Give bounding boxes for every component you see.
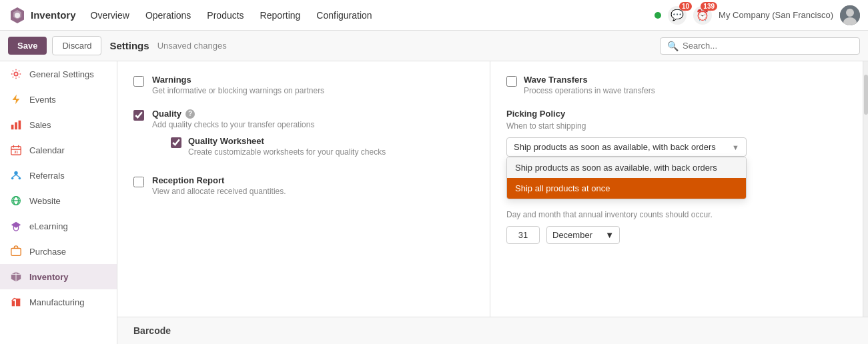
date-day-input[interactable]: 31 (506, 226, 540, 244)
picking-policy-section: Picking Policy When to start shipping Sh… (506, 109, 847, 157)
dropdown-option-0[interactable]: Ship products as soon as available, with… (507, 157, 746, 178)
svg-point-6 (14, 72, 17, 75)
reception-report-title: Reception Report (152, 175, 286, 185)
annual-inventory-text: Day and month that annual inventory coun… (506, 210, 847, 219)
gear-icon (9, 67, 23, 81)
warnings-checkbox[interactable] (133, 76, 144, 87)
sidebar-item-elearning[interactable]: eLearning (0, 213, 117, 239)
activities-button[interactable]: ⏰ 139 (693, 6, 712, 25)
svg-text:31: 31 (14, 150, 18, 154)
sidebar-item-referrals[interactable]: Referrals (0, 163, 117, 188)
right-panel: Wave Transfers Process operations in wav… (490, 61, 863, 317)
sidebar-item-purchase[interactable]: Purchase (0, 239, 117, 264)
unsaved-changes-label: Unsaved changes (157, 41, 227, 51)
search-input[interactable] (683, 41, 853, 51)
search-icon: 🔍 (667, 41, 679, 51)
wave-transfers-checkbox[interactable] (506, 76, 517, 87)
brand-name: Inventory (31, 9, 76, 21)
svg-point-17 (11, 177, 14, 180)
content-wrapper: Warnings Get informative or blocking war… (117, 61, 868, 344)
wave-transfers-setting: Wave Transfers Process operations in wav… (506, 75, 847, 95)
barcode-section: Barcode (117, 317, 868, 344)
month-chevron-icon: ▼ (605, 230, 614, 240)
picking-policy-dropdown[interactable]: Ship products as soon as available, with… (506, 137, 747, 157)
nav-overview[interactable]: Overview (84, 6, 136, 25)
referral-icon (9, 169, 23, 182)
reception-report-desc: View and allocate received quantities. (152, 187, 286, 196)
dropdown-menu: Ship products as soon as available, with… (506, 157, 747, 199)
top-navigation: Inventory Overview Operations Products R… (0, 0, 868, 31)
sidebar-referrals-label: Referrals (29, 171, 65, 181)
sidebar-elearning-label: eLearning (29, 221, 68, 231)
date-month-select[interactable]: December ▼ (546, 226, 620, 244)
sidebar-item-events[interactable]: Events (0, 87, 117, 112)
brand-logo[interactable]: Inventory (8, 6, 76, 25)
quality-checkbox[interactable] (133, 110, 144, 121)
user-avatar[interactable] (840, 5, 860, 25)
sidebar-item-general-settings[interactable]: General Settings (0, 61, 117, 87)
sidebar-item-website[interactable]: Website (0, 188, 117, 213)
date-row: 31 December ▼ (506, 226, 847, 244)
scrollbar-thumb[interactable] (864, 75, 868, 115)
svg-rect-29 (12, 301, 15, 306)
discard-button[interactable]: Discard (52, 36, 101, 55)
action-bar: Save Discard Settings Unsaved changes 🔍 (0, 31, 868, 61)
chevron-down-icon: ▼ (732, 143, 739, 151)
sidebar-item-manufacturing[interactable]: Manufacturing (0, 289, 117, 315)
sidebar-sales-label: Sales (29, 120, 51, 130)
sidebar-purchase-label: Purchase (29, 247, 66, 257)
sidebar-item-inventory[interactable]: Inventory (0, 264, 117, 289)
svg-rect-8 (11, 125, 14, 129)
svg-rect-30 (16, 299, 20, 307)
quality-worksheet-desc: Create customizable worksheets for your … (188, 147, 386, 157)
nav-reporting[interactable]: Reporting (254, 6, 308, 25)
nav-products[interactable]: Products (200, 6, 250, 25)
svg-rect-25 (11, 249, 21, 256)
globe-icon (9, 194, 23, 207)
activities-badge: 139 (701, 2, 717, 11)
warnings-content: Warnings Get informative or blocking war… (152, 75, 324, 95)
content-columns: Warnings Get informative or blocking war… (117, 61, 868, 317)
right-scrollbar[interactable] (863, 61, 868, 317)
svg-rect-10 (19, 121, 21, 130)
quality-worksheet-sub: Quality Worksheet Create customizable wo… (171, 136, 386, 157)
picking-policy-label: Picking Policy (506, 109, 847, 119)
purchase-icon (9, 245, 23, 258)
quality-setting: Quality ? Add quality checks to your tra… (133, 109, 474, 162)
warnings-setting: Warnings Get informative or blocking war… (133, 75, 474, 95)
reception-report-content: Reception Report View and allocate recei… (152, 175, 286, 196)
dropdown-trigger[interactable]: Ship products as soon as available, with… (506, 137, 747, 157)
quality-worksheet-checkbox[interactable] (171, 137, 181, 148)
reception-report-setting: Reception Report View and allocate recei… (133, 175, 474, 196)
date-month-value: December (552, 230, 592, 240)
quality-title: Quality ? (152, 109, 386, 119)
inventory-icon (9, 270, 23, 283)
sidebar-item-calendar[interactable]: 31 Calendar (0, 137, 117, 163)
picking-policy-desc: When to start shipping (506, 121, 847, 131)
search-box[interactable]: 🔍 (660, 37, 860, 55)
quality-content: Quality ? Add quality checks to your tra… (152, 109, 386, 162)
reception-report-checkbox[interactable] (133, 177, 144, 187)
sidebar-events-label: Events (29, 95, 56, 105)
warnings-desc: Get informative or blocking warnings on … (152, 86, 324, 95)
barcode-label: Barcode (133, 325, 171, 336)
messages-button[interactable]: 💬 10 (668, 6, 687, 25)
svg-line-19 (13, 175, 16, 177)
messages-badge: 10 (679, 2, 692, 11)
quality-desc: Add quality checks to your transfer oper… (152, 120, 386, 129)
dropdown-current-value: Ship products as soon as available, with… (514, 142, 716, 152)
save-button[interactable]: Save (8, 37, 47, 55)
sidebar-website-label: Website (29, 196, 61, 206)
quality-help-icon[interactable]: ? (185, 109, 195, 119)
svg-rect-9 (15, 122, 17, 129)
quality-worksheet-title: Quality Worksheet (188, 136, 386, 146)
svg-line-20 (16, 175, 19, 177)
sidebar: General Settings Events Sales 31 Calenda… (0, 61, 117, 344)
company-selector[interactable]: My Company (San Francisco) (719, 10, 833, 20)
nav-operations[interactable]: Operations (139, 6, 197, 25)
nav-configuration[interactable]: Configuration (310, 6, 378, 25)
dropdown-option-1[interactable]: Ship all products at once (507, 178, 746, 199)
sidebar-general-settings-label: General Settings (29, 69, 94, 79)
sidebar-item-sales[interactable]: Sales (0, 112, 117, 137)
manufacturing-icon (9, 295, 23, 309)
